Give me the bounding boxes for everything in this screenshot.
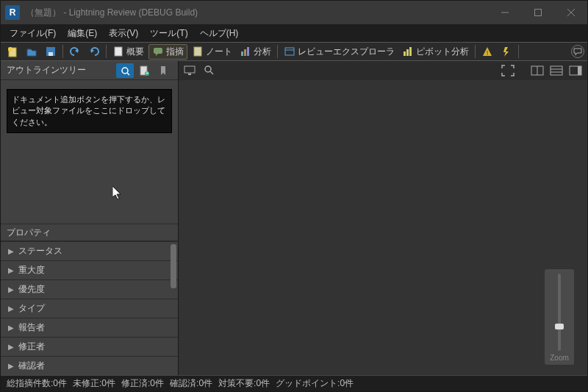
properties-header: プロパティ <box>1 224 178 241</box>
svg-rect-20 <box>406 49 409 56</box>
prop-row-fixer[interactable]: ▶修正者 <box>1 337 178 356</box>
window: R （無題） - Lightning Review (DEBUG Build) … <box>0 0 588 392</box>
menu-file[interactable]: ファイル(F) <box>4 26 62 41</box>
toolbar: 概要 指摘 ノート 分析 レビューエクスプローラ ピボット分析 ! <box>1 42 587 61</box>
undo-button[interactable] <box>66 45 84 58</box>
close-button[interactable] <box>554 1 587 24</box>
open-button[interactable] <box>23 45 40 58</box>
pointout-button[interactable]: 指摘 <box>148 44 187 60</box>
review-explorer-button[interactable]: レビューエクスプローラ <box>281 45 398 59</box>
prop-label: ステータス <box>18 245 62 257</box>
svg-rect-7 <box>49 52 53 56</box>
analysis-button[interactable]: 分析 <box>237 45 274 59</box>
layout-list-icon[interactable] <box>549 64 564 77</box>
separator-icon <box>62 45 63 58</box>
status-unneeded: 対策不要:0件 <box>218 377 270 390</box>
chevron-right-icon: ▶ <box>8 266 14 274</box>
prop-row-type[interactable]: ▶タイプ <box>1 299 178 318</box>
monitor-icon[interactable] <box>183 64 198 77</box>
new-button[interactable] <box>4 45 21 58</box>
menu-edit[interactable]: 編集(E) <box>62 26 103 41</box>
bookmark-icon[interactable] <box>154 63 172 78</box>
maximize-button[interactable] <box>521 1 554 24</box>
svg-rect-13 <box>194 47 201 56</box>
add-document-icon[interactable]: + <box>135 63 153 78</box>
note-button[interactable]: ノート <box>189 45 235 59</box>
layout-split-icon[interactable] <box>530 64 545 77</box>
canvas[interactable]: Zoom <box>179 80 587 375</box>
menu-view[interactable]: 表示(V) <box>103 26 144 41</box>
zoom-thumb[interactable] <box>555 324 564 329</box>
outline-title: アウトラインツリー <box>7 64 86 76</box>
review-explorer-label: レビューエクスプローラ <box>298 46 395 58</box>
note-icon <box>192 46 204 57</box>
pointout-label: 指摘 <box>166 46 184 58</box>
status-unfixed: 未修正:0件 <box>73 377 115 390</box>
note-label: ノート <box>206 46 232 58</box>
svg-rect-37 <box>551 66 562 75</box>
separator-icon <box>518 45 519 58</box>
svg-text:!: ! <box>487 49 489 57</box>
prop-label: 優先度 <box>18 283 45 296</box>
redo-button[interactable] <box>85 45 103 58</box>
comment-icon <box>152 46 164 57</box>
layout-sidebar-icon[interactable] <box>568 64 583 77</box>
separator-icon <box>277 45 278 58</box>
save-icon <box>45 46 57 57</box>
svg-rect-1 <box>534 10 541 16</box>
svg-rect-19 <box>404 51 406 56</box>
menu-help[interactable]: ヘルプ(H) <box>194 26 245 41</box>
svg-rect-14 <box>241 51 243 56</box>
overview-button[interactable]: 概要 <box>110 45 147 59</box>
svg-rect-41 <box>578 66 581 75</box>
overview-label: 概要 <box>126 46 144 58</box>
prop-row-priority[interactable]: ▶優先度 <box>1 279 178 299</box>
prop-label: タイプ <box>18 302 45 315</box>
window-controls <box>488 1 587 24</box>
undo-icon <box>69 46 81 57</box>
pivot-icon <box>402 46 414 57</box>
save-button[interactable] <box>42 45 60 58</box>
svg-rect-16 <box>247 47 249 56</box>
refresh-icon[interactable] <box>116 63 134 78</box>
prop-label: 修正者 <box>18 341 45 353</box>
search-icon[interactable] <box>202 64 217 77</box>
status-bar: 総指摘件数:0件 未修正:0件 修正済:0件 確認済:0件 対策不要:0件 グッ… <box>1 375 587 391</box>
zoom-label: Zoom <box>550 354 569 362</box>
svg-line-34 <box>210 71 213 74</box>
prop-row-status[interactable]: ▶ステータス <box>1 241 178 260</box>
properties-list: ▶ステータス ▶重大度 ▶優先度 ▶タイプ ▶報告者 ▶修正者 ▶確認者 <box>1 241 178 375</box>
properties-scrollbar[interactable] <box>171 244 176 288</box>
svg-point-5 <box>8 47 12 51</box>
balloon-button[interactable] <box>571 45 584 58</box>
status-total: 総指摘件数:0件 <box>7 377 67 390</box>
explorer-icon <box>284 46 295 57</box>
body: アウトラインツリー + ドキュメント追加ボタンを押下するか、レビュー対象ファイル… <box>1 61 587 375</box>
pivot-analysis-label: ピボット分析 <box>416 46 469 58</box>
minimize-button[interactable] <box>488 1 521 24</box>
chevron-right-icon: ▶ <box>8 324 14 332</box>
outline-header: アウトラインツリー + <box>1 61 178 80</box>
flash-button[interactable] <box>498 45 515 58</box>
warning-button[interactable]: ! <box>478 45 496 58</box>
menu-tool[interactable]: ツール(T) <box>144 26 193 41</box>
chevron-right-icon: ▶ <box>8 343 14 351</box>
cursor-icon <box>112 186 123 201</box>
separator-icon <box>475 45 476 58</box>
pivot-analysis-button[interactable]: ピボット分析 <box>399 45 472 59</box>
prop-row-reporter[interactable]: ▶報告者 <box>1 318 178 337</box>
svg-rect-17 <box>285 48 294 55</box>
zoom-track[interactable] <box>558 274 561 351</box>
prop-label: 確認者 <box>18 360 45 372</box>
prop-row-severity[interactable]: ▶重大度 <box>1 260 178 279</box>
prop-row-confirmer[interactable]: ▶確認者 <box>1 356 178 375</box>
outline-body[interactable]: ドキュメント追加ボタンを押下するか、レビュー対象ファイルをここにドロップしてくだ… <box>1 80 178 224</box>
separator-icon <box>106 45 107 58</box>
chevron-right-icon: ▶ <box>8 362 14 370</box>
menu-bar: ファイル(F) 編集(E) 表示(V) ツール(T) ヘルプ(H) <box>1 24 587 42</box>
fullscreen-icon[interactable] <box>501 64 515 77</box>
svg-point-33 <box>205 66 211 72</box>
flash-icon <box>501 46 512 57</box>
zoom-slider[interactable]: Zoom <box>545 269 574 365</box>
chart-icon <box>240 46 251 57</box>
